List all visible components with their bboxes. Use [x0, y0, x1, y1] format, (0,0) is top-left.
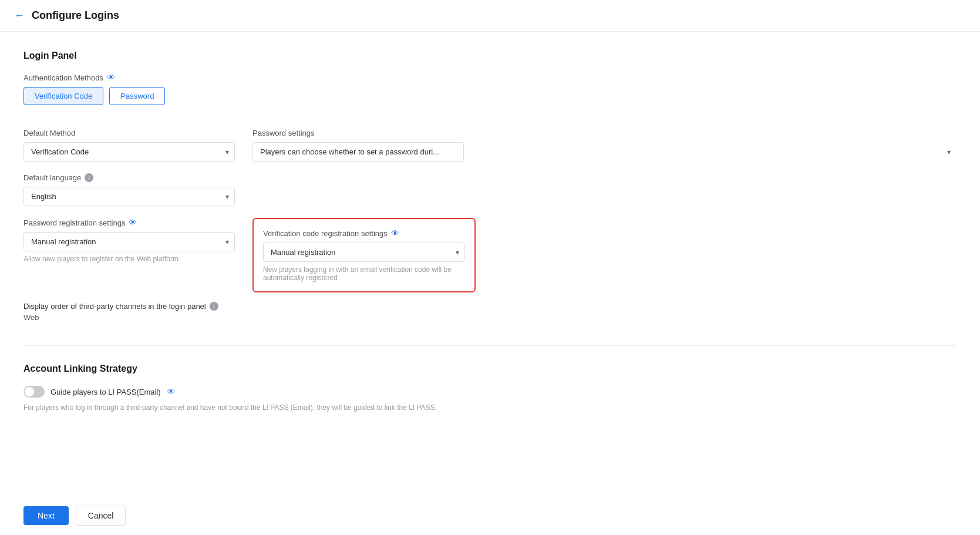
verification-code-btn[interactable]: Verification Code — [23, 87, 103, 105]
auth-methods-row: Verification Code Password — [23, 87, 957, 105]
password-reg-label: Password registration settings 👁 — [23, 218, 235, 227]
guide-players-row: Guide players to LI PASS(Email) 👁 — [23, 386, 957, 398]
page-title: Configure Logins — [32, 9, 119, 22]
language-info-icon[interactable]: i — [85, 173, 93, 182]
cancel-button[interactable]: Cancel — [76, 506, 126, 526]
login-panel-title: Login Panel — [23, 51, 957, 61]
password-reg-select-wrapper: Manual registration Automatic registrati… — [23, 232, 235, 251]
web-label: Web — [23, 313, 957, 322]
reg-settings-row: Password registration settings 👁 Manual … — [23, 218, 957, 292]
verification-reg-highlighted: Verification code registration settings … — [252, 218, 476, 292]
password-settings-group: Password settings Players can choose whe… — [252, 129, 957, 161]
account-linking-section: Account Linking Strategy Guide players t… — [23, 364, 957, 413]
guide-players-eye-icon[interactable]: 👁 — [167, 387, 175, 396]
password-settings-chevron: ▾ — [947, 148, 951, 156]
display-order-label: Display order of third-party channels in… — [23, 302, 957, 311]
auth-methods-eye-icon[interactable]: 👁 — [107, 73, 115, 82]
password-settings-select[interactable]: Players can choose whether to set a pass… — [252, 142, 464, 161]
verification-reg-box: Verification code registration settings … — [252, 218, 476, 292]
footer: Next Cancel — [0, 496, 980, 535]
verification-reg-hint: New players logging in with an email ver… — [263, 265, 465, 282]
default-method-label: Default Method — [23, 129, 235, 137]
password-reg-select[interactable]: Manual registration Automatic registrati… — [23, 232, 235, 251]
guide-players-hint: For players who log in through a third-p… — [23, 402, 957, 413]
password-settings-label: Password settings — [252, 129, 957, 137]
section-divider — [23, 345, 957, 346]
guide-players-label: Guide players to LI PASS(Email) — [50, 388, 161, 396]
default-method-group: Default Method Verification Code Passwor… — [23, 129, 235, 161]
verification-reg-select-wrapper: Manual registration Automatic registrati… — [263, 243, 465, 262]
password-settings-select-wrapper: Players can choose whether to set a pass… — [252, 142, 957, 161]
default-method-select[interactable]: Verification Code Password — [23, 142, 235, 161]
default-language-label: Default language i — [23, 173, 235, 182]
display-order-info-icon[interactable]: i — [210, 302, 218, 311]
default-language-select[interactable]: English Chinese Japanese — [23, 187, 235, 206]
display-order-section: Display order of third-party channels in… — [23, 302, 957, 322]
guide-players-toggle[interactable] — [23, 386, 45, 398]
back-button[interactable]: ← — [14, 9, 25, 22]
verification-reg-select[interactable]: Manual registration Automatic registrati… — [263, 243, 465, 262]
password-btn[interactable]: Password — [109, 87, 165, 105]
default-language-select-wrapper: English Chinese Japanese ▾ — [23, 187, 235, 206]
account-linking-title: Account Linking Strategy — [23, 364, 957, 374]
login-panel-section: Login Panel Authentication Methods 👁 Ver… — [23, 51, 957, 322]
default-method-select-wrapper: Verification Code Password ▾ — [23, 142, 235, 161]
verification-reg-label: Verification code registration settings … — [263, 228, 465, 238]
password-reg-eye-icon[interactable]: 👁 — [129, 218, 137, 227]
next-button[interactable]: Next — [23, 506, 69, 525]
auth-methods-label: Authentication Methods 👁 — [23, 73, 957, 82]
password-reg-col: Password registration settings 👁 Manual … — [23, 218, 235, 263]
verification-reg-eye-icon[interactable]: 👁 — [391, 228, 399, 238]
password-reg-hint: Allow new players to register on the Web… — [23, 255, 235, 263]
